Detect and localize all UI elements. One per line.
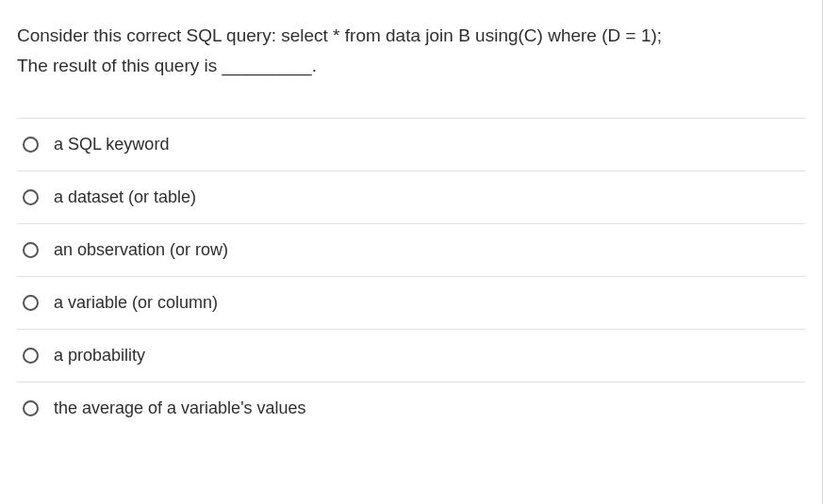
question-line-2: The result of this query is _________. [17,56,317,75]
option-row-2[interactable]: an observation (or row) [17,224,805,277]
radio-icon[interactable] [23,242,39,258]
option-row-5[interactable]: the average of a variable's values [17,382,805,434]
radio-icon[interactable] [23,348,39,364]
question-line-1: Consider this correct SQL query: select … [17,25,662,45]
option-row-0[interactable]: a SQL keyword [17,119,805,171]
option-row-3[interactable]: a variable (or column) [17,277,805,330]
question-prompt: Consider this correct SQL query: select … [17,21,805,82]
option-label: a dataset (or table) [54,187,196,207]
option-label: the average of a variable's values [54,398,306,418]
option-label: a SQL keyword [54,135,169,154]
question-container: Consider this correct SQL query: select … [0,0,823,504]
option-label: a probability [54,346,145,366]
radio-icon[interactable] [23,137,39,153]
options-list: a SQL keyword a dataset (or table) an ob… [17,118,805,434]
radio-icon[interactable] [23,189,39,205]
radio-icon[interactable] [23,295,39,311]
option-row-1[interactable]: a dataset (or table) [17,171,805,224]
radio-icon[interactable] [23,400,39,416]
option-row-4[interactable]: a probability [17,330,805,382]
option-label: an observation (or row) [54,240,228,260]
option-label: a variable (or column) [54,293,218,313]
